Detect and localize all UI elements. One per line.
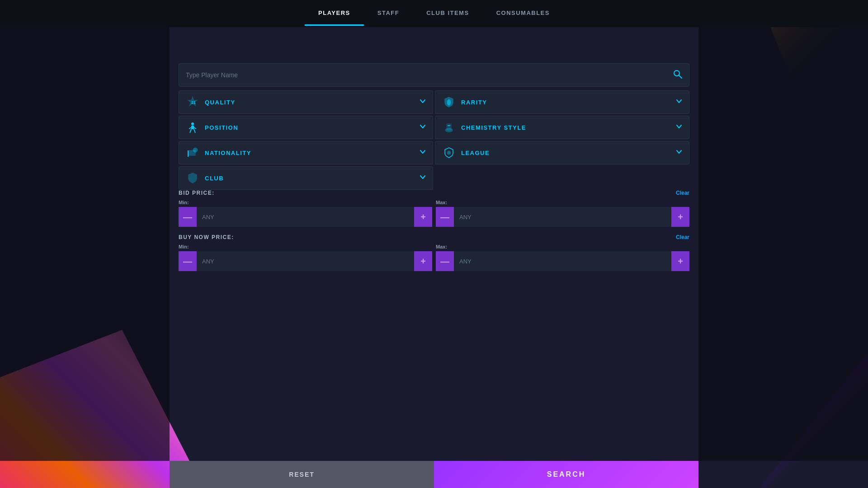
search-icon[interactable] [673, 70, 682, 81]
buy-now-min-input[interactable] [197, 251, 414, 271]
right-panel [698, 27, 868, 461]
nav-tab-staff[interactable]: STAFF [364, 1, 413, 26]
buy-now-price-inputs: Min: — + Max: — + [179, 244, 689, 271]
svg-point-0 [674, 70, 679, 76]
bid-price-max-decrease[interactable]: — [436, 207, 454, 227]
club-chevron [420, 174, 426, 182]
bid-price-min-label: Min: [179, 200, 432, 205]
buy-now-price-header: BUY NOW PRICE: Clear [179, 234, 689, 240]
bid-price-title: BID PRICE: [179, 190, 215, 196]
nav-tabs: PLAYERS STAFF CLUB ITEMS CONSUMABLES [305, 1, 563, 26]
buy-now-max-decrease[interactable]: — [436, 251, 454, 271]
bid-price-min-input[interactable] [197, 207, 414, 227]
buy-now-price-min-row: — + [179, 251, 432, 271]
buy-now-price-max-group: Max: — + [436, 244, 689, 271]
buy-now-max-input[interactable] [454, 251, 671, 271]
search-button[interactable]: Search [434, 461, 698, 488]
quality-icon: 21 [186, 96, 199, 108]
club-icon [186, 172, 199, 184]
quality-label: QUALITY [205, 99, 414, 106]
buy-now-price-section: BUY NOW PRICE: Clear Min: — + Max: — + [179, 234, 689, 271]
bid-price-max-row: — + [436, 207, 689, 227]
chemistry-icon [442, 122, 456, 133]
nationality-label: NATIONALITY [205, 150, 414, 156]
svg-line-5 [190, 129, 191, 133]
nav-tab-players[interactable]: PLAYERS [305, 1, 364, 26]
bid-price-max-increase[interactable]: + [671, 207, 689, 227]
svg-point-10 [193, 148, 198, 152]
bid-price-min-increase[interactable]: + [414, 207, 432, 227]
filter-col-left: 21 QUALITY [179, 90, 433, 190]
nav-bar: PLAYERS STAFF CLUB ITEMS CONSUMABLES [0, 0, 868, 27]
buy-now-max-increase[interactable]: + [671, 251, 689, 271]
player-search-input[interactable] [186, 71, 673, 79]
filter-chemistry-style[interactable]: CHEMISTRY STYLE [435, 116, 689, 139]
nationality-icon [186, 147, 199, 159]
bid-price-min-group: Min: — + [179, 200, 432, 227]
bid-price-min-decrease[interactable]: — [179, 207, 197, 227]
buy-now-price-max-label: Max: [436, 244, 689, 249]
svg-rect-13 [447, 124, 451, 130]
svg-line-6 [194, 129, 195, 133]
rarity-chevron [676, 98, 682, 106]
buy-now-price-min-group: Min: — + [179, 244, 432, 271]
chemistry-label: CHEMISTRY STYLE [461, 124, 670, 131]
bid-price-max-input[interactable] [454, 207, 671, 227]
buy-now-price-max-row: — + [436, 251, 689, 271]
nav-tab-consumables[interactable]: CONSUMABLES [483, 1, 563, 26]
filter-quality[interactable]: 21 QUALITY [179, 90, 433, 114]
buy-now-price-clear[interactable]: Clear [676, 234, 689, 240]
action-bar: Reset Search [170, 461, 698, 488]
reset-button[interactable]: Reset [170, 461, 434, 488]
svg-point-3 [191, 122, 194, 125]
position-icon [186, 122, 199, 133]
rarity-icon [442, 96, 456, 108]
league-icon [442, 147, 456, 159]
filter-rarity[interactable]: RARITY [435, 90, 689, 114]
bid-price-max-group: Max: — + [436, 200, 689, 227]
bid-price-inputs: Min: — + Max: — + [179, 200, 689, 227]
club-label: CLUB [205, 175, 414, 182]
filter-position[interactable]: POSITION [179, 116, 433, 139]
nationality-chevron [420, 149, 426, 157]
buy-now-min-increase[interactable]: + [414, 251, 432, 271]
position-chevron [420, 123, 426, 131]
position-label: POSITION [205, 124, 414, 131]
buy-now-price-min-label: Min: [179, 244, 432, 249]
league-chevron [676, 149, 682, 157]
league-label: LEAGUE [461, 150, 670, 156]
svg-line-8 [194, 127, 196, 129]
rarity-label: RARITY [461, 99, 670, 106]
bid-price-header: BID PRICE: Clear [179, 190, 689, 196]
filter-club[interactable]: CLUB [179, 166, 433, 190]
bid-price-min-row: — + [179, 207, 432, 227]
svg-line-1 [679, 75, 682, 78]
svg-line-7 [189, 127, 191, 129]
filter-league[interactable]: LEAGUE [435, 141, 689, 164]
chemistry-chevron [676, 123, 682, 131]
search-bar[interactable] [179, 63, 689, 87]
filter-nationality[interactable]: NATIONALITY [179, 141, 433, 164]
filter-container: 21 QUALITY [179, 90, 689, 190]
buy-now-price-title: BUY NOW PRICE: [179, 234, 234, 240]
bid-price-section: BID PRICE: Clear Min: — + Max: — + [179, 190, 689, 227]
svg-text:21: 21 [191, 100, 196, 105]
filter-col-right: RARITY CHEMISTRY STYLE [435, 90, 689, 190]
buy-now-min-decrease[interactable]: — [179, 251, 197, 271]
svg-point-15 [447, 151, 451, 155]
main-content: 21 QUALITY [170, 27, 698, 461]
bid-price-max-label: Max: [436, 200, 689, 205]
left-panel [0, 27, 170, 461]
nav-tab-club-items[interactable]: CLUB ITEMS [413, 1, 482, 26]
svg-rect-4 [191, 126, 194, 129]
quality-chevron [420, 98, 426, 106]
bid-price-clear[interactable]: Clear [676, 190, 689, 196]
